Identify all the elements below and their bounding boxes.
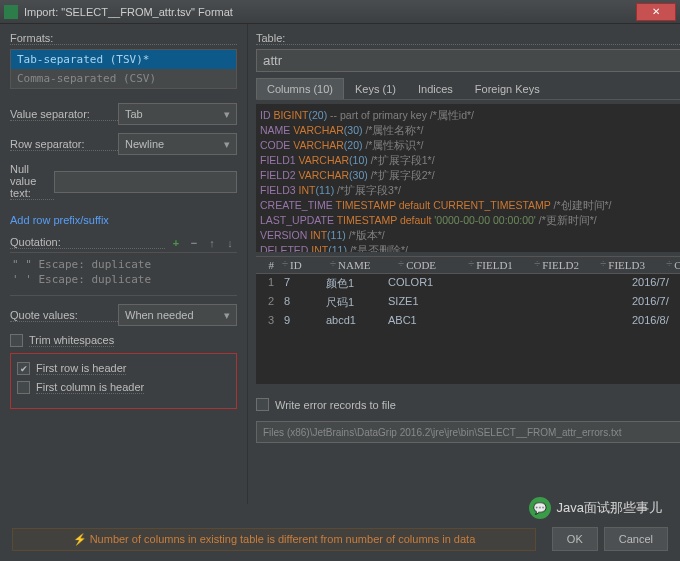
table-row[interactable]: 2 8 尺码1 SIZE1 2016/7/	[256, 293, 680, 312]
schema-row[interactable]: ID BIGINT(20) -- part of primary key /*属…	[260, 108, 680, 123]
formats-list[interactable]: Tab-separated (TSV)* Comma-separated (CS…	[10, 49, 237, 89]
wechat-icon: 💬	[529, 497, 551, 519]
trim-whitespace-checkbox[interactable]: Trim whitespaces	[10, 334, 237, 347]
checkbox-icon	[256, 398, 269, 411]
schema-row[interactable]: FIELD1 VARCHAR(10) /*扩展字段1*/	[260, 153, 680, 168]
header-options-group: First row is header First column is head…	[10, 353, 237, 409]
table-name-input[interactable]	[256, 49, 680, 72]
format-item-tsv[interactable]: Tab-separated (TSV)*	[11, 50, 236, 69]
table-row[interactable]: 3 9 abcd1 ABC1 2016/8/	[256, 312, 680, 328]
schema-editor[interactable]: + − ▲ ▼ 🗑 ID BIGINT(20) -- part of prima…	[256, 104, 680, 252]
footer: Number of columns in existing table is d…	[0, 527, 680, 551]
cancel-button[interactable]: Cancel	[604, 527, 668, 551]
warning-banner: Number of columns in existing table is d…	[12, 528, 536, 551]
quotation-item[interactable]: ' ' Escape: duplicate	[10, 272, 237, 287]
schema-row[interactable]: NAME VARCHAR(30) /*属性名称*/	[260, 123, 680, 138]
data-preview-grid: #÷ ID÷ NAME÷ CODE÷ FIELD1÷ FIELD2÷ FIELD…	[256, 256, 680, 384]
schema-row[interactable]: LAST_UPDATE TIMESTAMP default '0000-00-0…	[260, 213, 680, 228]
row-separator-combo[interactable]: Newline	[118, 133, 237, 155]
schema-row[interactable]: FIELD2 VARCHAR(30) /*扩展字段2*/	[260, 168, 680, 183]
write-errors-checkbox[interactable]: Write error records to file	[256, 398, 396, 411]
first-row-header-checkbox[interactable]: First row is header	[17, 362, 230, 375]
schema-row[interactable]: DELETED INT(11) /*是否删除*/	[260, 243, 680, 252]
table-row[interactable]: 1 7 颜色1 COLOR1 2016/7/	[256, 274, 680, 293]
ok-button[interactable]: OK	[552, 527, 598, 551]
watermark: 💬 Java面试那些事儿	[529, 497, 662, 519]
up-icon[interactable]: ↑	[205, 237, 219, 249]
formats-label: Formats:	[10, 32, 237, 45]
tab-keys[interactable]: Keys (1)	[344, 78, 407, 99]
quotation-label: Quotation:	[10, 236, 165, 249]
down-icon[interactable]: ↓	[223, 237, 237, 249]
right-panel: Table: Columns (10) Keys (1) Indices For…	[248, 24, 680, 504]
value-separator-combo[interactable]: Tab	[118, 103, 237, 125]
schema-row[interactable]: FIELD3 INT(11) /*扩展字段3*/	[260, 183, 680, 198]
schema-row[interactable]: CREATE_TIME TIMESTAMP default CURRENT_TI…	[260, 198, 680, 213]
error-path-input[interactable]	[256, 421, 680, 443]
quote-values-combo[interactable]: When needed	[118, 304, 237, 326]
schema-row[interactable]: VERSION INT(11) /*版本*/	[260, 228, 680, 243]
format-item-csv[interactable]: Comma-separated (CSV)	[11, 69, 236, 88]
tab-columns[interactable]: Columns (10)	[256, 78, 344, 99]
tab-foreign-keys[interactable]: Foreign Keys	[464, 78, 551, 99]
window-title: Import: "SELECT__FROM_attr.tsv" Format	[24, 6, 636, 18]
table-label: Table:	[256, 32, 680, 45]
schema-tabs: Columns (10) Keys (1) Indices Foreign Ke…	[256, 78, 680, 100]
grid-header: #÷ ID÷ NAME÷ CODE÷ FIELD1÷ FIELD2÷ FIELD…	[256, 256, 680, 274]
checkbox-icon	[10, 334, 23, 347]
close-icon[interactable]: ✕	[636, 3, 676, 21]
first-col-header-checkbox[interactable]: First column is header	[17, 381, 230, 394]
left-panel: Formats: Tab-separated (TSV)* Comma-sepa…	[0, 24, 248, 504]
schema-row[interactable]: CODE VARCHAR(20) /*属性标识*/	[260, 138, 680, 153]
add-prefix-suffix-link[interactable]: Add row prefix/suffix	[10, 214, 109, 226]
app-icon	[4, 5, 18, 19]
checkbox-icon	[17, 362, 30, 375]
quote-values-label: Quote values:	[10, 309, 118, 322]
value-separator-label: Value separator:	[10, 108, 118, 121]
null-value-label: Null value text:	[10, 163, 54, 200]
null-value-input[interactable]	[54, 171, 237, 193]
remove-icon[interactable]: −	[187, 237, 201, 249]
add-icon[interactable]: +	[169, 237, 183, 249]
quotation-item[interactable]: " " Escape: duplicate	[10, 257, 237, 272]
titlebar: Import: "SELECT__FROM_attr.tsv" Format ✕	[0, 0, 680, 24]
checkbox-icon	[17, 381, 30, 394]
tab-indices[interactable]: Indices	[407, 78, 464, 99]
row-separator-label: Row separator:	[10, 138, 118, 151]
